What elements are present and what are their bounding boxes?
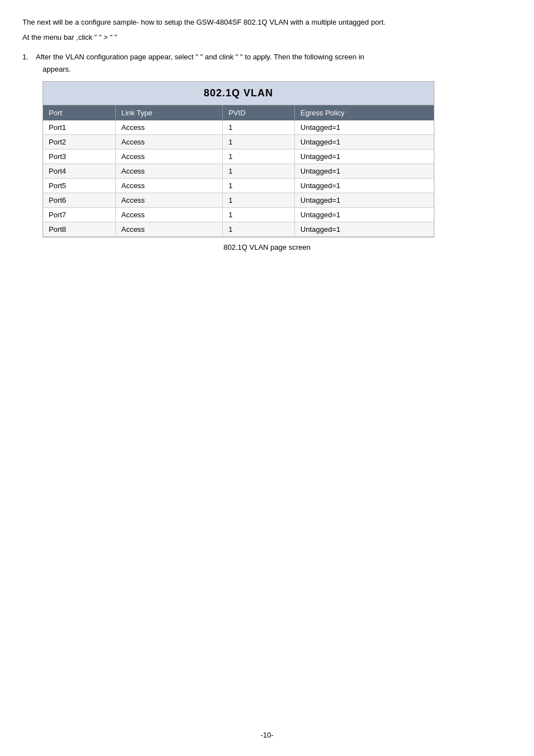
step1-end: " to apply. Then the following screen in [240, 53, 364, 61]
menu-bar-line: At the menu bar ,click " " > " " [22, 32, 512, 44]
step-number: 1. [22, 52, 34, 63]
cell-port: Port8 [43, 222, 115, 237]
cell-egress: Untagged=1 [294, 164, 434, 179]
cell-pvid: 1 [223, 179, 295, 193]
table-row: Port2Access1Untagged=1 [43, 135, 434, 150]
step1-mid: " and clink " [200, 53, 238, 61]
col-header-link-type: Link Type [115, 105, 222, 120]
table-row: Port7Access1Untagged=1 [43, 208, 434, 222]
cell-port: Port3 [43, 150, 115, 164]
menu-bar-mid: " > " [99, 33, 113, 41]
col-header-port: Port [43, 105, 115, 120]
cell-pvid: 1 [223, 208, 295, 222]
menu-bar-prefix: At the menu bar ,click " [22, 33, 97, 41]
cell-pvid: 1 [223, 135, 295, 150]
table-row: Port6Access1Untagged=1 [43, 193, 434, 208]
cell-egress: Untagged=1 [294, 208, 434, 222]
appears-text: appears. [43, 65, 512, 73]
cell-port: Port6 [43, 193, 115, 208]
cell-egress: Untagged=1 [294, 179, 434, 193]
step1-line: 1. After the VLAN configuration page app… [22, 52, 512, 63]
cell-egress: Untagged=1 [294, 120, 434, 135]
cell-pvid: 1 [223, 222, 295, 237]
cell-port: Port1 [43, 120, 115, 135]
intro-paragraph: The next will be a configure sample- how… [22, 17, 512, 29]
col-header-egress: Egress Policy [294, 105, 434, 120]
cell-port: Port5 [43, 179, 115, 193]
step1-text: After the VLAN configuration page appear… [36, 53, 198, 61]
table-row: Port1Access1Untagged=1 [43, 120, 434, 135]
table-row: Port8Access1Untagged=1 [43, 222, 434, 237]
menu-bar-end: " [115, 33, 118, 41]
cell-pvid: 1 [223, 193, 295, 208]
cell-link-type: Access [115, 193, 222, 208]
cell-port: Port7 [43, 208, 115, 222]
cell-port: Port2 [43, 135, 115, 150]
cell-egress: Untagged=1 [294, 150, 434, 164]
cell-egress: Untagged=1 [294, 193, 434, 208]
cell-link-type: Access [115, 135, 222, 150]
cell-link-type: Access [115, 222, 222, 237]
cell-egress: Untagged=1 [294, 135, 434, 150]
cell-egress: Untagged=1 [294, 222, 434, 237]
cell-link-type: Access [115, 179, 222, 193]
cell-link-type: Access [115, 164, 222, 179]
vlan-panel: 802.1Q VLAN Port Link Type PVID Egress P… [43, 81, 434, 237]
col-header-pvid: PVID [223, 105, 295, 120]
table-body: Port1Access1Untagged=1Port2Access1Untagg… [43, 120, 434, 237]
cell-pvid: 1 [223, 164, 295, 179]
cell-link-type: Access [115, 208, 222, 222]
cell-port: Port4 [43, 164, 115, 179]
vlan-table: Port Link Type PVID Egress Policy Port1A… [43, 105, 434, 237]
vlan-title: 802.1Q VLAN [43, 82, 434, 105]
table-row: Port5Access1Untagged=1 [43, 179, 434, 193]
table-row: Port4Access1Untagged=1 [43, 164, 434, 179]
table-header-row: Port Link Type PVID Egress Policy [43, 105, 434, 120]
cell-pvid: 1 [223, 150, 295, 164]
page-number: -10- [22, 731, 512, 739]
cell-link-type: Access [115, 150, 222, 164]
table-row: Port3Access1Untagged=1 [43, 150, 434, 164]
caption: 802.1Q VLAN page screen [22, 243, 512, 251]
cell-link-type: Access [115, 120, 222, 135]
step1-content: After the VLAN configuration page appear… [36, 52, 364, 63]
cell-pvid: 1 [223, 120, 295, 135]
